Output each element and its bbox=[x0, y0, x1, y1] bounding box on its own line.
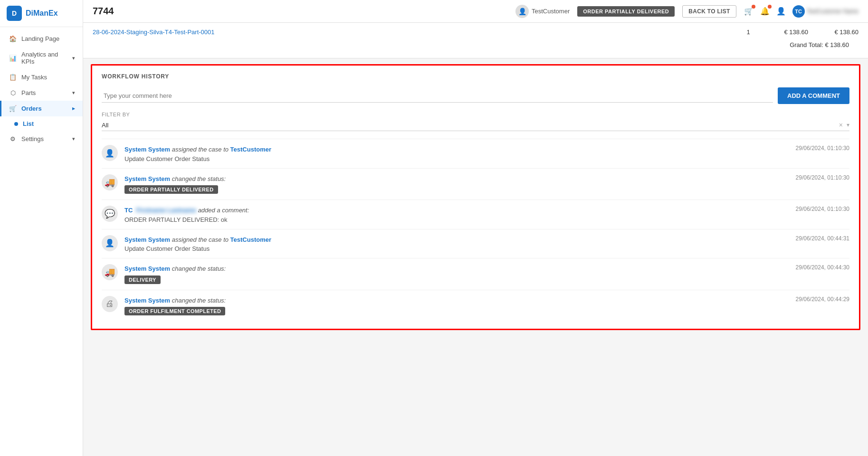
logo-text: DiManEx bbox=[26, 9, 58, 18]
filter-clear-button[interactable]: × bbox=[839, 121, 843, 129]
grand-total-value: € 138.60 bbox=[825, 41, 849, 48]
back-to-list-button[interactable]: BACK TO LIST bbox=[682, 5, 736, 18]
order-table-row: 28-06-2024-Staging-Silva-T4-Test-Part-00… bbox=[93, 27, 858, 38]
history-text: System System changed the status: bbox=[124, 264, 784, 274]
tasks-icon: 📋 bbox=[9, 74, 17, 81]
bell-badge bbox=[768, 5, 772, 9]
history-actor[interactable]: System System bbox=[124, 297, 170, 304]
history-action: changed the status: bbox=[172, 175, 226, 182]
history-actor[interactable]: TC bbox=[124, 207, 133, 214]
history-action: assigned the case to bbox=[172, 146, 230, 153]
sidebar-item-parts[interactable]: ⬡ Parts ▾ bbox=[0, 85, 83, 101]
chevron-down-icon: ▾ bbox=[72, 136, 75, 142]
history-item: 🚚 System System changed the status: ORDE… bbox=[102, 168, 849, 200]
comment-row: ADD A COMMENT bbox=[102, 87, 849, 104]
history-content: System System assigned the case to TestC… bbox=[124, 145, 784, 162]
history-actor[interactable]: System System bbox=[124, 175, 170, 182]
parts-icon: ⬡ bbox=[9, 89, 17, 96]
history-action: changed the status: bbox=[172, 265, 226, 272]
history-actor[interactable]: System System bbox=[124, 265, 170, 272]
sidebar-nav: 🏠 Landing Page 📊 Analytics and KPIs ▾ 📋 … bbox=[0, 27, 83, 456]
history-item: 👤 System System assigned the case to Tes… bbox=[102, 139, 849, 168]
sidebar-item-settings[interactable]: ⚙ Settings ▾ bbox=[0, 131, 83, 147]
history-subtext: Update Customer Order Status bbox=[124, 155, 784, 162]
order-total-price: € 138.60 bbox=[816, 28, 858, 36]
active-dot bbox=[14, 122, 18, 126]
sidebar-item-label: Analytics and KPIs bbox=[21, 51, 67, 65]
history-target[interactable]: TestCustomer bbox=[230, 146, 271, 153]
order-quantity: 1 bbox=[739, 28, 758, 36]
add-comment-button[interactable]: ADD A COMMENT bbox=[778, 87, 849, 104]
history-action: added a comment: bbox=[198, 207, 249, 214]
order-number: 7744 bbox=[93, 6, 114, 17]
history-actor[interactable]: System System bbox=[124, 146, 170, 153]
main-content: 7744 👤 TestCustomer ORDER PARTIALLY DELI… bbox=[83, 0, 868, 456]
history-avatar: 🚚 bbox=[102, 174, 118, 190]
history-avatar: 🚚 bbox=[102, 264, 118, 280]
history-text: System System changed the status: bbox=[124, 174, 784, 184]
sidebar-item-orders[interactable]: 🛒 Orders ▸ bbox=[0, 101, 83, 116]
chevron-down-icon: ▾ bbox=[72, 90, 75, 96]
bell-icon[interactable]: 🔔 bbox=[760, 7, 770, 16]
sidebar-sub-item-label: List bbox=[23, 120, 34, 127]
history-content: System System changed the status: ORDER … bbox=[124, 296, 784, 316]
order-line-section: 28-06-2024-Staging-Silva-T4-Test-Part-00… bbox=[83, 23, 868, 58]
comment-input[interactable] bbox=[102, 89, 773, 103]
sidebar-item-label: My Tasks bbox=[21, 74, 47, 81]
grand-total-row: Grand Total: € 138.60 bbox=[93, 38, 858, 50]
sidebar-item-label: Settings bbox=[21, 135, 44, 142]
history-item: 👤 System System assigned the case to Tes… bbox=[102, 229, 849, 258]
sidebar: D DiManEx 🏠 Landing Page 📊 Analytics and… bbox=[0, 0, 83, 456]
tc-avatar: TC TestCustomer Name bbox=[792, 5, 858, 18]
filter-row: FILTER BY All × ▾ bbox=[102, 112, 849, 131]
order-status-badge: ORDER PARTIALLY DELIVERED bbox=[577, 6, 675, 17]
sidebar-item-analytics[interactable]: 📊 Analytics and KPIs ▾ bbox=[0, 47, 83, 69]
filter-select-wrapper[interactable]: All × ▾ bbox=[102, 119, 849, 131]
history-item: 🚚 System System changed the status: DELI… bbox=[102, 258, 849, 290]
user-name: TestCustomer bbox=[532, 8, 570, 15]
order-unit-price: € 138.60 bbox=[765, 28, 808, 36]
orders-icon: 🛒 bbox=[9, 105, 17, 112]
history-target[interactable]: TestCustomer bbox=[230, 236, 271, 243]
history-time: 29/06/2024, 00:44:30 bbox=[791, 264, 849, 271]
history-avatar: 👤 bbox=[102, 145, 118, 161]
header-icons: 🛒 🔔 👤 TC TestCustomer Name bbox=[744, 5, 858, 18]
cart-icon[interactable]: 🛒 bbox=[744, 7, 754, 16]
filter-label: FILTER BY bbox=[102, 112, 849, 117]
order-part-link[interactable]: 28-06-2024-Staging-Silva-T4-Test-Part-00… bbox=[93, 28, 731, 36]
sidebar-item-tasks[interactable]: 📋 My Tasks bbox=[0, 69, 83, 85]
sidebar-sub-item-list[interactable]: List bbox=[0, 116, 83, 131]
history-actor-blurred: Firstname Lastname bbox=[134, 206, 196, 215]
history-action: assigned the case to bbox=[172, 236, 230, 243]
history-time: 29/06/2024, 00:44:31 bbox=[791, 235, 849, 242]
sidebar-item-landing[interactable]: 🏠 Landing Page bbox=[0, 31, 83, 47]
history-time: 29/06/2024, 00:44:29 bbox=[791, 296, 849, 303]
history-action: changed the status: bbox=[172, 297, 226, 304]
history-text: System System assigned the case to TestC… bbox=[124, 145, 784, 154]
settings-icon: ⚙ bbox=[9, 135, 17, 142]
workflow-history-section: WORKFLOW HISTORY ADD A COMMENT FILTER BY… bbox=[91, 64, 860, 330]
history-text: System System assigned the case to TestC… bbox=[124, 235, 784, 245]
history-time: 29/06/2024, 01:10:30 bbox=[791, 206, 849, 212]
history-text: System System changed the status: bbox=[124, 296, 784, 305]
sidebar-item-label: Orders bbox=[21, 105, 42, 112]
history-content: TC Firstname Lastname added a comment: O… bbox=[124, 206, 784, 223]
user-avatar-icon: 👤 bbox=[515, 5, 529, 18]
workflow-section-title: WORKFLOW HISTORY bbox=[102, 73, 849, 80]
history-avatar: 👤 bbox=[102, 235, 118, 251]
history-list: 👤 System System assigned the case to Tes… bbox=[102, 139, 849, 321]
logo-area[interactable]: D DiManEx bbox=[0, 0, 83, 27]
grand-total-label: Grand Total: bbox=[790, 41, 823, 48]
user-info: 👤 TestCustomer bbox=[515, 5, 570, 18]
status-badge: DELIVERY bbox=[124, 276, 161, 284]
cart-badge bbox=[752, 5, 755, 9]
status-badge: ORDER FULFILMENT COMPLETED bbox=[124, 307, 225, 315]
chevron-down-icon: ▾ bbox=[72, 55, 75, 61]
analytics-icon: 📊 bbox=[9, 55, 17, 62]
history-avatar: 🖨 bbox=[102, 296, 118, 312]
person-icon[interactable]: 👤 bbox=[776, 7, 786, 16]
chevron-down-icon: ▾ bbox=[847, 122, 849, 128]
history-actor[interactable]: System System bbox=[124, 236, 170, 243]
history-time: 29/06/2024, 01:10:30 bbox=[791, 145, 849, 152]
top-header: 7744 👤 TestCustomer ORDER PARTIALLY DELI… bbox=[83, 0, 868, 23]
